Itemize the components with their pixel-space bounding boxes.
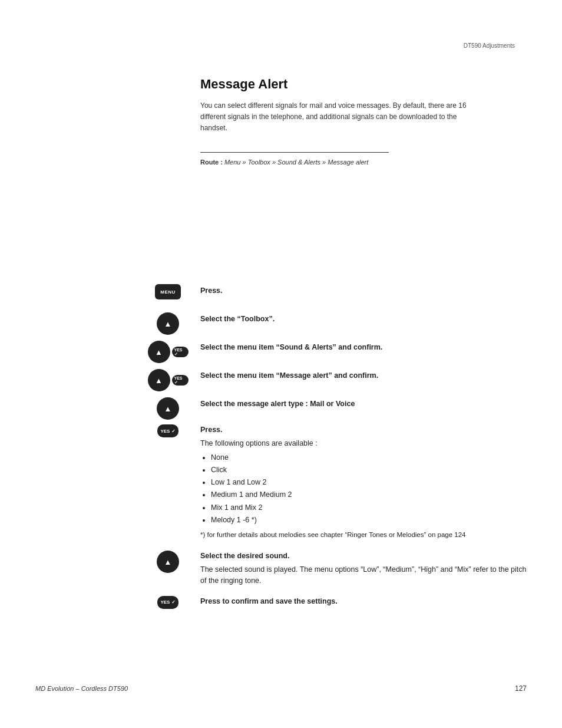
nav-circle-icon-2: ▲	[148, 341, 170, 363]
step-6-text: Press. The following options are availab…	[194, 422, 527, 542]
route-line: Route : Menu » Toolbox » Sound & Alerts …	[200, 159, 527, 166]
step-6-instruction: Press.	[200, 424, 527, 436]
step-4: ▲ YES ✓ Select the menu item “Message al…	[141, 368, 527, 391]
step-4-instruction: Select the menu item “Message alert” and…	[200, 370, 527, 381]
step-1-text: Press.	[194, 283, 527, 299]
steps-container: MENU Press. ▲ Select the “Toolbox”. ▲ YE…	[141, 283, 527, 622]
section-divider	[200, 152, 389, 153]
step-7-icon-col: ▲	[141, 548, 194, 573]
step-3-text: Select the menu item “Sound & Alerts” an…	[194, 340, 527, 355]
step-4-icon-col: ▲ YES ✓	[141, 368, 194, 391]
step-6-extra: The following options are available :	[200, 438, 527, 449]
step-2-icon-col: ▲	[141, 311, 194, 335]
nav-circle-icon-3: ▲	[148, 369, 170, 391]
step-8-instruction: Press to confirm and save the settings.	[200, 596, 527, 607]
nav-circle-icon: ▲	[157, 312, 179, 335]
step-1-icon-col: MENU	[141, 283, 194, 299]
step-3-icon-col: ▲ YES ✓	[141, 340, 194, 363]
step-4-text: Select the menu item “Message alert” and…	[194, 368, 527, 384]
option-mix: Mix 1 and Mix 2	[211, 502, 527, 514]
main-content: Message Alert You can select different s…	[200, 77, 527, 176]
yes-check-icon-2: YES ✓	[172, 375, 189, 386]
route-path: Menu » Toolbox » Sound & Alerts » Messag…	[224, 159, 368, 166]
yes-icon: YES ✓	[157, 424, 178, 437]
step-3-instruction: Select the menu item “Sound & Alerts” an…	[200, 342, 527, 353]
footer-left: MD Evolution – Cordless DT590	[35, 685, 128, 692]
menu-button-icon: MENU	[155, 284, 181, 299]
page-number: 127	[515, 684, 527, 693]
section-title: DT590 Adjustments	[464, 42, 515, 49]
step-7-text: Select the desired sound. The selected s…	[194, 548, 527, 588]
step-8-text: Press to confirm and save the settings.	[194, 594, 527, 610]
option-medium: Medium 1 and Medium 2	[211, 489, 527, 501]
step-1: MENU Press.	[141, 283, 527, 305]
route-label: Route :	[200, 159, 223, 166]
step-6-footnote: *) for further details about melodies se…	[200, 530, 527, 540]
option-click: Click	[211, 464, 527, 476]
yes-confirm-icon: YES ✓	[157, 596, 178, 609]
nav-circle-icon-4: ▲	[157, 397, 179, 420]
step-7: ▲ Select the desired sound. The selected…	[141, 548, 527, 588]
section-header: DT590 Adjustments	[464, 42, 515, 49]
step-5: ▲ Select the message alert type : Mail o…	[141, 396, 527, 420]
page-title: Message Alert	[200, 77, 527, 92]
step-3: ▲ YES ✓ Select the menu item “Sound & Al…	[141, 340, 527, 363]
step-8: YES ✓ Press to confirm and save the sett…	[141, 594, 527, 616]
yes-check-icon: YES ✓	[172, 347, 189, 357]
step-5-instruction: Select the message alert type : Mail or …	[200, 398, 527, 410]
nav-yes-pair: ▲ YES ✓	[148, 341, 189, 363]
step-1-instruction: Press.	[200, 285, 527, 297]
options-list: None Click Low 1 and Low 2 Medium 1 and …	[211, 452, 527, 527]
step-6-icon-col: YES ✓	[141, 422, 194, 437]
page-footer: MD Evolution – Cordless DT590 127	[35, 684, 527, 693]
intro-text: You can select different signals for mai…	[200, 100, 483, 134]
step-6: YES ✓ Press. The following options are a…	[141, 422, 527, 542]
step-2: ▲ Select the “Toolbox”.	[141, 311, 527, 335]
option-none: None	[211, 452, 527, 464]
step-5-icon-col: ▲	[141, 396, 194, 420]
step-7-extra: The selected sound is played. The menu o…	[200, 564, 527, 587]
nav-circle-icon-5: ▲	[157, 551, 179, 573]
option-low: Low 1 and Low 2	[211, 476, 527, 489]
option-melody: Melody 1 -6 *)	[211, 514, 527, 526]
step-2-text: Select the “Toolbox”.	[194, 311, 527, 327]
step-5-text: Select the message alert type : Mail or …	[194, 396, 527, 412]
step-8-icon-col: YES ✓	[141, 594, 194, 609]
step-2-instruction: Select the “Toolbox”.	[200, 314, 527, 325]
step-7-instruction: Select the desired sound.	[200, 551, 527, 562]
nav-yes-pair-2: ▲ YES ✓	[148, 369, 189, 391]
